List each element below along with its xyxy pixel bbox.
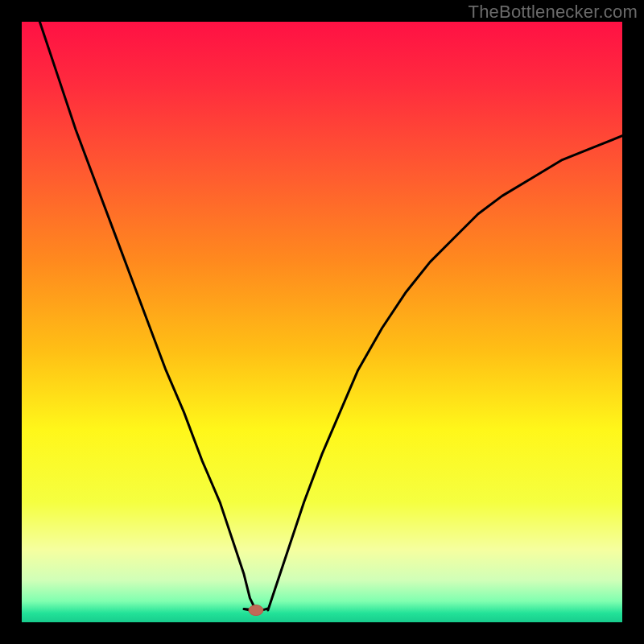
gradient-background — [22, 22, 622, 622]
watermark-text: TheBottlenecker.com — [469, 2, 638, 23]
chart-frame: TheBottlenecker.com — [0, 0, 644, 644]
optimum-marker — [249, 605, 263, 616]
plot-area — [22, 22, 622, 622]
chart-svg — [22, 22, 622, 622]
